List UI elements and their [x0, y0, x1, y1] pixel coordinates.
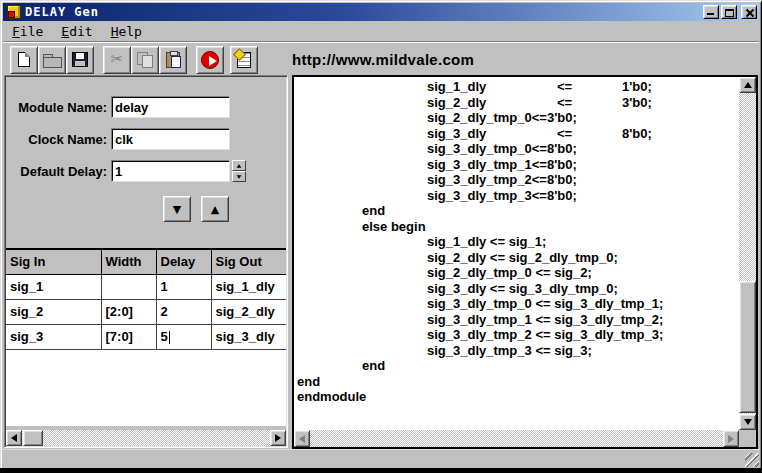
- scroll-up-icon: [744, 82, 752, 88]
- move-up-button[interactable]: ▲: [201, 196, 229, 222]
- spin-up-button[interactable]: [232, 160, 246, 171]
- save-button[interactable]: [66, 46, 94, 74]
- cell-width[interactable]: [101, 274, 156, 299]
- form-horizontal-scrollbar: [6, 430, 286, 446]
- spin-up-icon: [237, 164, 242, 168]
- resize-grip-icon[interactable]: [745, 453, 759, 467]
- table-header-row: Sig In Width Delay Sig Out: [6, 250, 286, 274]
- scroll-right-icon: [728, 435, 734, 443]
- signal-grid: Sig In Width Delay Sig Out sig_1 1 sig_1…: [6, 248, 286, 426]
- paste-button[interactable]: [159, 46, 187, 74]
- scroll-left-icon: [299, 435, 305, 443]
- scroll-left-button[interactable]: [6, 430, 22, 446]
- desktop-background: [0, 468, 762, 473]
- col-header-width[interactable]: Width: [101, 250, 156, 274]
- clock-name-label: Clock Name:: [5, 132, 107, 147]
- menubar: File Edit Help: [3, 22, 759, 42]
- cut-button[interactable]: ✂: [103, 46, 131, 74]
- col-header-sig-out[interactable]: Sig Out: [211, 250, 286, 274]
- scrollbar-corner: [739, 430, 756, 447]
- window-title: DELAY Gen: [25, 5, 703, 19]
- run-icon: [201, 51, 219, 69]
- cell-width[interactable]: [2:0]: [101, 299, 156, 324]
- app-icon: [7, 5, 21, 19]
- module-name-input[interactable]: [111, 96, 230, 118]
- table-row: sig_1 1 sig_1_dly: [6, 274, 286, 299]
- maximize-icon: [725, 9, 734, 17]
- scroll-left-button[interactable]: [294, 430, 310, 447]
- scroll-down-icon: [744, 419, 752, 425]
- menu-file[interactable]: File: [3, 22, 52, 41]
- cell-sig-out[interactable]: sig_3_dly: [211, 324, 286, 349]
- code-editor[interactable]: sig_1_dly <= 1'b0; sig_2_dly <= 3'b0; si…: [294, 77, 739, 430]
- spin-down-button[interactable]: [232, 171, 246, 182]
- scroll-up-button[interactable]: [739, 77, 756, 93]
- status-bar: [2, 449, 760, 468]
- website-url: http://www.mildvale.com: [292, 51, 474, 68]
- cell-width[interactable]: [7:0]: [101, 324, 156, 349]
- code-vertical-scrollbar: [739, 77, 756, 430]
- text-caret: [169, 331, 170, 344]
- minimize-button[interactable]: [703, 5, 719, 19]
- module-name-label: Module Name:: [5, 100, 107, 115]
- paste-icon: [166, 52, 180, 68]
- scroll-right-button[interactable]: [270, 430, 286, 446]
- scroll-down-button[interactable]: [739, 414, 756, 430]
- app-window: DELAY Gen File Edit Help ✂ http://www.mi…: [0, 0, 762, 473]
- cell-sig-out[interactable]: sig_2_dly: [211, 299, 286, 324]
- move-down-button[interactable]: ▼: [163, 196, 191, 222]
- scrollbar-thumb[interactable]: [739, 281, 756, 413]
- cell-sig-out[interactable]: sig_1_dly: [211, 274, 286, 299]
- maximize-button[interactable]: [721, 5, 737, 19]
- spin-down-icon: [237, 175, 242, 179]
- table-row: sig_2 [2:0] 2 sig_2_dly: [6, 299, 286, 324]
- open-icon: [43, 54, 61, 66]
- form-panel: Module Name: Clock Name: Default Delay: …: [4, 75, 288, 448]
- cell-delay-value: 5: [161, 329, 168, 344]
- col-header-sig-in[interactable]: Sig In: [6, 250, 101, 274]
- default-delay-stepper: [232, 160, 246, 182]
- copy-button[interactable]: [131, 46, 159, 74]
- minimize-icon: [707, 13, 714, 15]
- col-header-delay[interactable]: Delay: [156, 250, 211, 274]
- menu-help[interactable]: Help: [102, 22, 151, 41]
- clock-name-input[interactable]: [111, 128, 230, 150]
- code-panel: sig_1_dly <= 1'b0; sig_2_dly <= 3'b0; si…: [292, 75, 758, 449]
- scroll-right-button[interactable]: [723, 430, 739, 447]
- save-icon: [72, 52, 88, 67]
- cell-delay[interactable]: 5: [156, 324, 211, 349]
- scroll-right-icon: [275, 434, 281, 442]
- code-horizontal-scrollbar: [294, 430, 739, 447]
- cut-icon: ✂: [111, 52, 124, 67]
- notes-icon: [237, 52, 251, 68]
- close-button[interactable]: [741, 5, 757, 19]
- default-delay-label: Default Delay:: [5, 164, 107, 179]
- menu-edit[interactable]: Edit: [52, 22, 101, 41]
- copy-icon: [137, 52, 153, 67]
- new-icon: [18, 52, 30, 67]
- cell-delay[interactable]: 1: [156, 274, 211, 299]
- scroll-left-icon: [11, 434, 17, 442]
- cell-sig-in[interactable]: sig_1: [6, 274, 101, 299]
- run-button[interactable]: [196, 46, 224, 74]
- cell-sig-in[interactable]: sig_3: [6, 324, 101, 349]
- open-button[interactable]: [38, 46, 66, 74]
- notes-button[interactable]: [230, 46, 258, 74]
- cell-sig-in[interactable]: sig_2: [6, 299, 101, 324]
- scrollbar-track[interactable]: [22, 430, 270, 446]
- table-row: sig_3 [7:0] 5 sig_3_dly: [6, 324, 286, 349]
- default-delay-input[interactable]: [111, 160, 230, 182]
- scrollbar-thumb[interactable]: [23, 430, 43, 446]
- toolbar: ✂ http://www.mildvale.com: [3, 44, 759, 75]
- titlebar[interactable]: DELAY Gen: [3, 3, 759, 21]
- cell-delay[interactable]: 2: [156, 299, 211, 324]
- new-button[interactable]: [10, 46, 38, 74]
